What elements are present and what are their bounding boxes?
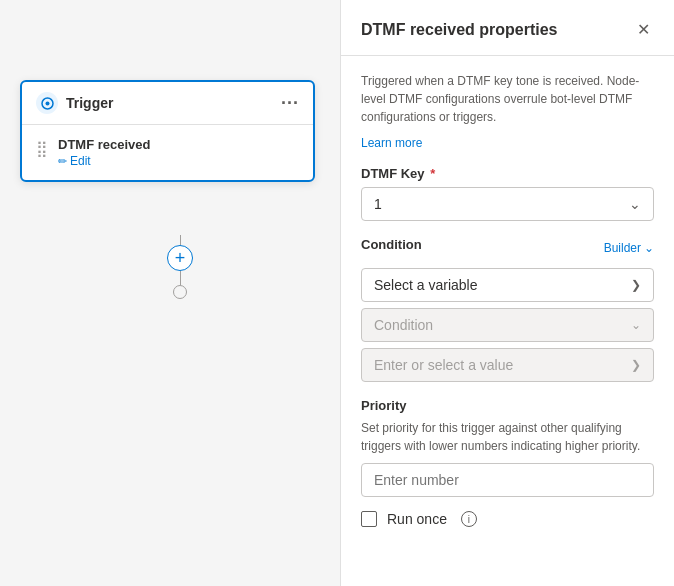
- run-once-label: Run once: [387, 511, 447, 527]
- dtmf-item: ⣿ DTMF received ✏ Edit: [36, 137, 299, 168]
- dtmf-key-field: DTMF Key * 1 ⌄: [361, 166, 654, 221]
- dtmf-key-value: 1: [374, 196, 382, 212]
- connector-line-top: [180, 235, 181, 245]
- trigger-header-left: Trigger: [36, 92, 113, 114]
- run-once-row: Run once i: [361, 511, 654, 527]
- description-text: Triggered when a DTMF key tone is receiv…: [361, 72, 654, 126]
- select-variable-dropdown[interactable]: Select a variable ❯: [361, 268, 654, 302]
- connector-line-bottom: [180, 271, 181, 285]
- condition-section: Condition Builder ⌄ Select a variable ❯ …: [361, 237, 654, 382]
- priority-description: Set priority for this trigger against ot…: [361, 419, 654, 455]
- trigger-node: Trigger ··· ⣿ DTMF received ✏ Edit: [20, 80, 315, 182]
- priority-input[interactable]: [361, 463, 654, 497]
- trigger-menu-button[interactable]: ···: [281, 93, 299, 114]
- panel-content: Triggered when a DTMF key tone is receiv…: [341, 56, 674, 586]
- trigger-icon: [36, 92, 58, 114]
- required-star: *: [427, 166, 436, 181]
- properties-panel: DTMF received properties ✕ Triggered whe…: [340, 0, 674, 586]
- trigger-header: Trigger ···: [22, 82, 313, 125]
- chevron-right-value-icon: ❯: [631, 358, 641, 372]
- chevron-down-icon-builder: ⌄: [644, 241, 654, 255]
- condition-placeholder: Condition: [374, 317, 433, 333]
- trigger-title: Trigger: [66, 95, 113, 111]
- flow-connector: +: [167, 235, 193, 299]
- condition-section-header: Condition Builder ⌄: [361, 237, 654, 258]
- panel-header: DTMF received properties ✕: [341, 0, 674, 56]
- enter-value-placeholder: Enter or select a value: [374, 357, 513, 373]
- enter-value-dropdown: Enter or select a value ❯: [361, 348, 654, 382]
- dtmf-key-label: DTMF Key *: [361, 166, 654, 181]
- condition-label: Condition: [361, 237, 422, 252]
- dtmf-dots-icon: ⣿: [36, 139, 48, 158]
- run-once-info-icon[interactable]: i: [461, 511, 477, 527]
- learn-more-link[interactable]: Learn more: [361, 136, 654, 150]
- dtmf-info: DTMF received ✏ Edit: [58, 137, 150, 168]
- chevron-down-condition-icon: ⌄: [631, 318, 641, 332]
- panel-title: DTMF received properties: [361, 21, 558, 39]
- dtmf-edit-link[interactable]: ✏ Edit: [58, 154, 150, 168]
- svg-point-1: [45, 101, 49, 105]
- chevron-right-icon: ❯: [631, 278, 641, 292]
- dtmf-name: DTMF received: [58, 137, 150, 152]
- builder-link[interactable]: Builder ⌄: [604, 241, 654, 255]
- dtmf-key-dropdown[interactable]: 1 ⌄: [361, 187, 654, 221]
- close-button[interactable]: ✕: [633, 16, 654, 43]
- priority-label: Priority: [361, 398, 654, 413]
- run-once-checkbox[interactable]: [361, 511, 377, 527]
- flow-canvas: Trigger ··· ⣿ DTMF received ✏ Edit +: [0, 0, 340, 586]
- trigger-body: ⣿ DTMF received ✏ Edit: [22, 125, 313, 180]
- priority-section: Priority Set priority for this trigger a…: [361, 398, 654, 511]
- chevron-down-icon: ⌄: [629, 196, 641, 212]
- select-variable-label: Select a variable: [374, 277, 478, 293]
- add-step-button[interactable]: +: [167, 245, 193, 271]
- end-circle: [173, 285, 187, 299]
- condition-dropdown: Condition ⌄: [361, 308, 654, 342]
- pencil-icon: ✏: [58, 155, 67, 168]
